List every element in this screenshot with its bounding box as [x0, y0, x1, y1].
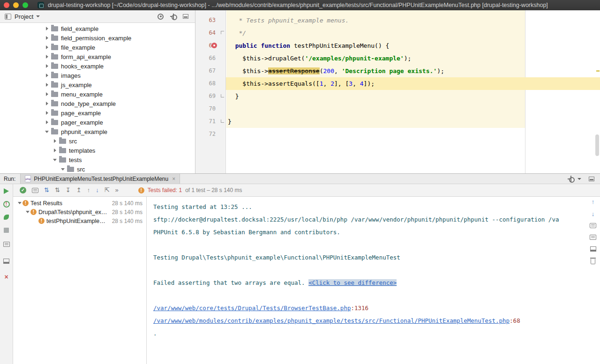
chevron-right-icon[interactable]: [44, 111, 50, 115]
test-tree-item[interactable]: !Drupal\Tests\phpunit_example\Functional…: [13, 208, 146, 216]
gutter-cell[interactable]: 65: [195, 39, 226, 52]
chevron-right-icon[interactable]: [44, 45, 50, 49]
soft-wrap-button[interactable]: [590, 235, 596, 240]
code-text[interactable]: $this->assertResponse(200, 'Description …: [226, 65, 600, 77]
next-stack-frame-button[interactable]: ↓: [592, 211, 595, 217]
project-tree-item-js_example[interactable]: js_example: [0, 80, 195, 89]
code-text[interactable]: $this->drupalGet('/examples/phpunit-exam…: [226, 52, 600, 65]
code-line-64[interactable]: 64 */: [195, 27, 600, 39]
gutter-cell[interactable]: 72: [195, 128, 226, 141]
project-tree-item-menu_example[interactable]: menu_example: [0, 89, 195, 99]
chevron-right-icon[interactable]: [44, 27, 50, 30]
chevron-right-icon[interactable]: [44, 83, 50, 87]
project-tree-item-tests[interactable]: tests: [0, 155, 195, 164]
rerun-tests-button[interactable]: [4, 188, 9, 194]
code-line-63[interactable]: 63 * Tests phpunit_example menus.: [195, 14, 600, 27]
stop-button[interactable]: [4, 228, 9, 233]
code-text[interactable]: * Tests phpunit_example menus.: [226, 14, 600, 27]
gutter-cell[interactable]: 64: [195, 27, 226, 39]
code-line-65[interactable]: 65 public function testPhpUnitExampleMen…: [195, 39, 600, 52]
chevron-right-icon[interactable]: [44, 102, 50, 105]
scroll-to-end-button[interactable]: [590, 246, 596, 252]
close-icon[interactable]: ×: [172, 176, 175, 182]
code-text[interactable]: [226, 128, 600, 141]
project-tree-item-src[interactable]: src: [0, 164, 195, 173]
run-tab[interactable]: php PHPUnitExampleMenuTest.testPhpUnitEx…: [20, 174, 180, 184]
chevron-right-icon[interactable]: [44, 36, 50, 40]
console-link[interactable]: /var/www/web/core/tests/Drupal/Tests/Bro…: [153, 305, 351, 312]
chevron-down-icon[interactable]: [25, 211, 30, 213]
chevron-down-icon[interactable]: [17, 202, 22, 204]
project-view-label[interactable]: Project: [15, 13, 33, 20]
gutter-cell[interactable]: 69: [195, 90, 226, 103]
project-settings-gear-button[interactable]: [170, 14, 176, 20]
code-text[interactable]: [226, 103, 600, 115]
project-tree-item-phpunit_example[interactable]: phpunit_example: [0, 127, 195, 136]
project-tree-item-form_api_example[interactable]: form_api_example: [0, 52, 195, 61]
fold-marker-icon[interactable]: [221, 119, 224, 123]
chevron-right-icon[interactable]: [44, 92, 50, 96]
restore-layout-button[interactable]: [3, 259, 9, 264]
breakpoint-icon[interactable]: [211, 43, 217, 48]
chevron-right-icon[interactable]: [44, 64, 50, 68]
test-tree-item[interactable]: !Test Results28 s 140 ms: [13, 199, 146, 208]
code-editor[interactable]: 63 * Tests phpunit_example menus.64 */65…: [195, 10, 600, 173]
zoom-window-button[interactable]: [22, 2, 28, 8]
gutter-cell[interactable]: 71: [195, 115, 226, 128]
chevron-right-icon[interactable]: [52, 139, 58, 143]
gutter-cell[interactable]: 66: [195, 52, 226, 65]
project-tree-item-src[interactable]: src: [0, 136, 195, 146]
project-tree-item-hooks_example[interactable]: hooks_example: [0, 61, 195, 71]
chevron-down-icon[interactable]: [36, 15, 40, 17]
code-line-68[interactable]: 68 $this->assertEquals([1, 2], [3, 4]);: [195, 77, 600, 90]
code-text[interactable]: }: [226, 115, 600, 128]
chevron-down-icon[interactable]: [44, 131, 50, 133]
gutter-cell[interactable]: 70: [195, 103, 226, 115]
locate-file-button[interactable]: [158, 14, 164, 20]
collapse-all-button[interactable]: ↥: [76, 187, 82, 193]
chevron-right-icon[interactable]: [44, 120, 50, 124]
project-tree-item-templates[interactable]: templates: [0, 146, 195, 155]
show-ignored-button[interactable]: [32, 188, 38, 193]
code-line-70[interactable]: 70: [195, 103, 600, 115]
fold-marker-icon[interactable]: [221, 31, 224, 34]
chevron-down-icon[interactable]: [52, 159, 58, 161]
project-tree-item-file_example[interactable]: file_example: [0, 43, 195, 52]
code-line-66[interactable]: 66 $this->drupalGet('/examples/phpunit-e…: [195, 52, 600, 65]
close-panel-button[interactable]: ×: [4, 274, 8, 280]
project-tree-item-field_example[interactable]: field_example: [0, 24, 195, 33]
next-failed-test-button[interactable]: ↓: [96, 187, 99, 193]
show-passed-button[interactable]: ✓: [20, 187, 26, 193]
gutter-cell[interactable]: 68: [195, 77, 226, 90]
previous-failed-test-button[interactable]: ↑: [87, 187, 90, 193]
code-text[interactable]: public function testPhpUnitExampleMenu()…: [226, 39, 600, 52]
code-text[interactable]: */: [226, 27, 600, 39]
minimize-window-button[interactable]: [13, 2, 19, 8]
code-text[interactable]: $this->assertEquals([1, 2], [3, 4]);: [226, 77, 600, 90]
jump-to-source-button[interactable]: [590, 223, 596, 228]
code-text[interactable]: }: [226, 90, 600, 103]
close-window-button[interactable]: [4, 2, 9, 8]
fold-marker-icon[interactable]: [221, 94, 224, 97]
export-test-results-button[interactable]: ⇱: [105, 187, 110, 193]
clear-console-button[interactable]: [591, 259, 595, 264]
project-tree-item-pager_example[interactable]: pager_example: [0, 118, 195, 127]
gutter-cell[interactable]: 67: [195, 65, 226, 77]
code-line-69[interactable]: 69 }: [195, 90, 600, 103]
project-tree-item-field_permission_example[interactable]: field_permission_example: [0, 33, 195, 43]
run-settings-gear-button[interactable]: [568, 176, 581, 182]
sort-alphabetically-button[interactable]: ⇅: [55, 187, 60, 193]
console-link[interactable]: /var/www/web/modules/contrib/examples/ph…: [153, 317, 510, 324]
project-tree-item-node_type_example[interactable]: node_type_example: [0, 99, 195, 108]
run-console[interactable]: Testing started at 13:25 ...sftp://docke…: [147, 197, 600, 364]
code-line-67[interactable]: 67 $this->assertResponse(200, 'Descripti…: [195, 65, 600, 77]
prev-stack-frame-button[interactable]: ↑: [592, 199, 595, 205]
code-line-72[interactable]: 72: [195, 128, 600, 141]
console-link[interactable]: <Click to see difference>: [308, 279, 397, 286]
chevron-right-icon[interactable]: [52, 149, 58, 152]
hide-run-panel-button[interactable]: [589, 177, 594, 181]
editor-scrollbar[interactable]: [595, 134, 599, 156]
rerun-failed-tests-button[interactable]: [3, 201, 10, 208]
test-tree-item[interactable]: !testPhpUnitExampleMenu28 s 140 ms: [13, 216, 146, 225]
expand-all-button[interactable]: ↧: [66, 187, 71, 193]
